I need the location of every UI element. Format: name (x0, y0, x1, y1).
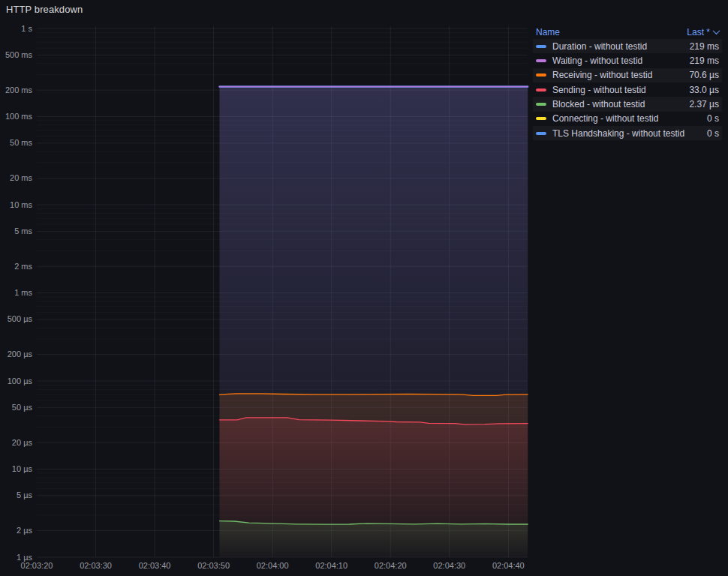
legend-row-blocked[interactable]: Blocked - without testid 2.37 µs (533, 97, 722, 111)
legend-sort-last[interactable]: Last * (687, 27, 719, 38)
y-tick-label: 500 µs (8, 314, 33, 323)
y-tick-label: 20 ms (10, 173, 32, 182)
y-tick-label: 2 ms (14, 262, 32, 271)
grafana-panel: HTTP breakdown 1 s500 ms200 ms100 ms50 m… (0, 0, 728, 576)
x-tick-label: 02:04:30 (433, 561, 465, 570)
y-tick-label: 100 µs (8, 376, 33, 386)
y-tick-label: 200 ms (5, 86, 33, 94)
y-tick-label: 5 µs (17, 490, 33, 500)
x-tick-label: 02:04:40 (492, 561, 525, 570)
x-tick-label: 02:04:20 (375, 561, 407, 570)
legend-row-connecting[interactable]: Connecting - without testid 0 s (533, 112, 722, 126)
legend-sort-last-label: Last * (687, 27, 710, 38)
series-name: Connecting - without testid (552, 113, 707, 124)
y-tick-label: 1 s (21, 24, 32, 33)
y-tick-label: 200 µs (8, 350, 33, 358)
x-tick-label: 02:03:40 (139, 561, 171, 570)
series-last-value: 0 s (707, 113, 719, 124)
x-tick-label: 02:03:50 (197, 561, 230, 570)
series-color-swatch[interactable] (536, 132, 546, 135)
series-fill (220, 521, 528, 557)
chevron-down-icon (713, 27, 720, 34)
series-name: Duration - without testid (552, 41, 690, 52)
series-color-swatch[interactable] (536, 45, 546, 48)
series-color-swatch[interactable] (536, 103, 546, 106)
series-name: Sending - without testid (552, 85, 689, 95)
series-last-value: 219 ms (690, 41, 719, 52)
legend-header: Name Last * (533, 25, 722, 39)
series-name: Blocked - without testid (552, 99, 689, 110)
x-tick-label: 02:03:20 (21, 561, 53, 570)
y-tick-label: 20 µs (12, 438, 33, 447)
y-tick-label: 1 µs (17, 553, 33, 562)
y-tick-label: 500 ms (5, 50, 33, 59)
legend-row-waiting[interactable]: Waiting - without testid 219 ms (533, 53, 722, 68)
series-name: Receiving - without testid (552, 70, 689, 80)
legend-row-receiving[interactable]: Receiving - without testid 70.6 µs (533, 68, 722, 82)
y-tick-label: 100 ms (5, 112, 33, 121)
series-color-swatch[interactable] (536, 88, 546, 92)
series-color-swatch[interactable] (536, 59, 546, 62)
legend-row-sending[interactable]: Sending - without testid 33.0 µs (533, 82, 722, 97)
series-last-value: 0 s (707, 128, 719, 139)
legend-table: Name Last * Duration - without testid 21… (533, 25, 722, 140)
series-color-swatch[interactable] (536, 117, 546, 120)
series-last-value: 219 ms (690, 56, 719, 66)
series-last-value: 2.37 µs (689, 99, 719, 110)
series-name: TLS Handshaking - without testid (552, 128, 707, 139)
series-color-swatch[interactable] (536, 74, 546, 76)
legend-sort-name[interactable]: Name (536, 27, 560, 38)
y-tick-label: 1 ms (14, 288, 32, 297)
legend-rows: Duration - without testid 219 ms Waiting… (533, 39, 722, 140)
series-last-value: 33.0 µs (689, 85, 719, 95)
series-last-value: 70.6 µs (689, 70, 719, 80)
y-tick-label: 50 µs (12, 403, 33, 412)
legend-row-tls-handshaking[interactable]: TLS Handshaking - without testid 0 s (533, 126, 722, 140)
y-tick-label: 10 ms (10, 200, 32, 209)
y-tick-label: 2 µs (17, 526, 33, 535)
x-tick-label: 02:04:10 (315, 561, 347, 570)
x-tick-label: 02:04:00 (257, 561, 289, 570)
y-tick-label: 5 ms (14, 226, 32, 236)
series-name: Waiting - without testid (552, 56, 690, 66)
y-tick-label: 10 µs (12, 464, 33, 473)
legend-row-duration[interactable]: Duration - without testid 219 ms (533, 39, 722, 53)
x-tick-label: 02:03:30 (80, 561, 112, 570)
y-tick-label: 50 ms (10, 138, 32, 147)
